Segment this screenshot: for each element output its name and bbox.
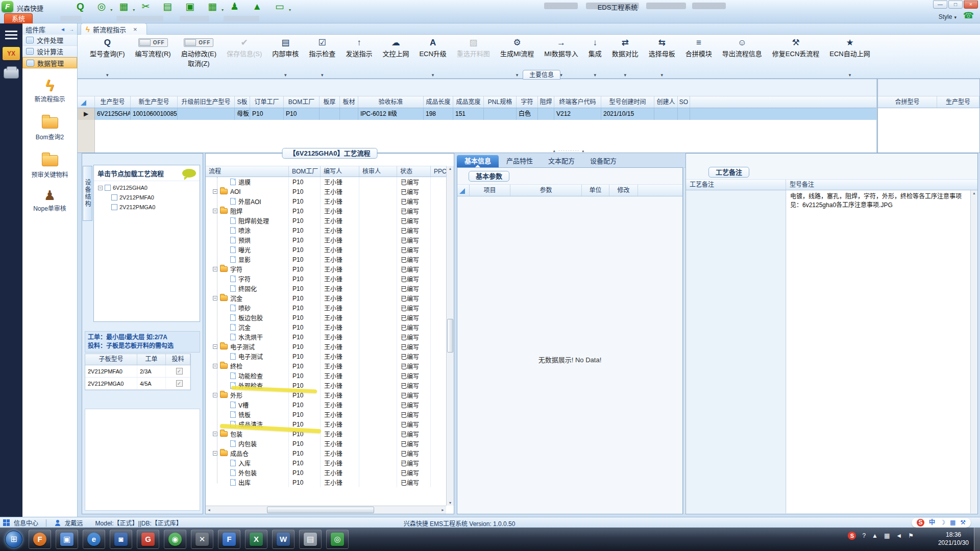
flow-column-核审人[interactable]: 核审人	[359, 166, 397, 177]
column-header-阻焊[interactable]: 阻焊	[538, 96, 554, 108]
flow-row-沉金[interactable]: 沉金P10王小锋已编写	[206, 322, 446, 332]
subboard-row-2V212PMGA0[interactable]: 2V212PMGA04/5A✓	[85, 378, 190, 390]
column-header-验收标准[interactable]: 验收标准	[358, 96, 424, 108]
vertical-scrollbar[interactable]	[446, 166, 454, 506]
copy-icon[interactable]: ▣	[185, 1, 194, 13]
table-row-selected[interactable]: ▶6V2125GHA010010600100857母板P10P10IPC-601…	[78, 108, 876, 120]
tray-ime-icon[interactable]: ▦	[884, 532, 890, 539]
taskbar-app-excel[interactable]: X	[245, 530, 267, 549]
toolbar-button-ECN升级[interactable]: AECN升级▾	[414, 36, 451, 78]
expander-icon[interactable]: −	[213, 344, 217, 349]
dropdown-caret-icon[interactable]: ▾	[516, 72, 519, 78]
expander-icon[interactable]: −	[213, 364, 217, 368]
sidebar-shortcut-Bom查询2[interactable]: Bom查询2	[22, 113, 77, 141]
minimize-button[interactable]: —	[933, 1, 947, 9]
column-header-升级前旧生产型号[interactable]: 升级前旧生产型号	[178, 96, 235, 108]
feed-checkbox[interactable]: ✓	[176, 368, 183, 374]
taskbar-app-eds[interactable]: ◎	[326, 530, 349, 549]
dropdown-caret-icon[interactable]: ▾	[849, 72, 851, 78]
flow-row-板边包胶[interactable]: 板边包胶P10王小锋已编写	[206, 313, 446, 322]
collapse-icon[interactable]: ◄	[60, 27, 65, 32]
tree-node-root[interactable]: − 6V2125GHA0	[94, 185, 200, 191]
column-header-新生产型号[interactable]: 新生产型号	[131, 96, 178, 108]
toggle-off-switch[interactable]: OFF	[138, 38, 168, 47]
keyboard-icon[interactable]: ▦	[950, 518, 955, 527]
dropdown-caret-icon[interactable]: ▾	[321, 72, 324, 78]
flow-row-电子测试[interactable]: −电子测试P10王小锋已编写	[206, 342, 446, 352]
tab-基本信息[interactable]: 基本信息	[457, 155, 499, 167]
maximize-button[interactable]: □	[948, 1, 963, 9]
taskbar-app-media[interactable]: ◉	[164, 530, 186, 549]
toggle-off-switch[interactable]: OFF	[184, 38, 213, 47]
tray-volume-icon[interactable]: ◄	[896, 532, 902, 539]
vertical-tab-structure[interactable]: 设备结构	[83, 166, 92, 221]
tree-checkbox[interactable]	[111, 204, 117, 210]
remark-column-工艺备注[interactable]: 工艺备注	[686, 180, 786, 190]
info-center-label[interactable]: 信息中心	[14, 518, 38, 527]
flow-row-字符[interactable]: −字符P10王小锋已编写	[206, 264, 446, 274]
flow-row-V槽[interactable]: V槽P10王小锋已编写	[206, 400, 446, 410]
taskbar-app-save[interactable]: ◙	[110, 530, 132, 549]
toolbar-button-合拼模块[interactable]: ≡合拼模块	[680, 36, 717, 78]
taskbar-app-notepad[interactable]: ▤	[299, 530, 322, 549]
flow-row-阻焊[interactable]: −阻焊P10王小锋已编写	[206, 206, 446, 216]
toolbar-button-数据对比[interactable]: ⇄数据对比▾	[607, 36, 644, 78]
show-desktop-button[interactable]	[974, 528, 980, 551]
chart-icon[interactable]: ▲	[252, 1, 262, 13]
toolbar-button-启动修改(E)[interactable]: OFF启动修改(E)取消(Z)	[176, 36, 222, 78]
toolbar-button-ECN自动上网[interactable]: ★ECN自动上网▾	[824, 36, 875, 78]
tray-network-icon[interactable]: ⚑	[908, 532, 914, 539]
column-header-型号创建时间[interactable]: 型号创建时间	[601, 96, 654, 108]
taskbar-app-tools[interactable]: ✕	[191, 530, 213, 549]
remark-column-型号备注[interactable]: 型号备注	[786, 180, 977, 190]
vertical-scrollbar[interactable]	[970, 190, 977, 513]
params-column-selector[interactable]	[457, 185, 470, 196]
tab-产品特性[interactable]: 产品特性	[499, 155, 541, 167]
expander-icon[interactable]: −	[213, 267, 217, 271]
taskbar-app-reader[interactable]: G	[137, 530, 159, 549]
tree-node-2V212PMGA0[interactable]: 2V212PMGA0	[94, 204, 200, 210]
film-icon[interactable]: ▤	[163, 1, 172, 13]
tab-basic-params[interactable]: 基本参数	[469, 171, 509, 182]
flow-row-功能检查[interactable]: 功能检查P10王小锋已编写	[206, 371, 446, 381]
flow-row-外形[interactable]: −外形P10王小锋已编写	[206, 390, 446, 400]
flow-row-终固化[interactable]: 终固化P10王小锋已编写	[206, 284, 446, 293]
dropdown-caret-icon[interactable]: ▾	[432, 72, 434, 78]
expander-icon[interactable]: −	[213, 432, 217, 436]
flow-row-喷涂[interactable]: 喷涂P10王小锋已编写	[206, 226, 446, 235]
flow-row-阻焊前处理[interactable]: 阻焊前处理P10王小锋已编写	[206, 216, 446, 226]
flow-row-入库[interactable]: 入库P10王小锋已编写	[206, 458, 446, 468]
input-method-bar[interactable]: S中☽▦⚒	[912, 518, 971, 528]
horizontal-scrollbar[interactable]	[206, 506, 446, 514]
toolbar-button-修复ECN丢流程[interactable]: ⚒修复ECN丢流程	[767, 36, 824, 78]
column-header-创建人[interactable]: 创建人	[654, 96, 678, 108]
toolbar-button-内部审核[interactable]: ▤内部审核▾	[267, 36, 304, 78]
expander-icon[interactable]: −	[213, 189, 217, 194]
splitter-handle[interactable]: ▴ ········· ▴	[528, 148, 610, 153]
flow-row-字符[interactable]: 字符P10王小锋已编写	[206, 274, 446, 284]
tools-icon[interactable]: ⚒	[960, 518, 966, 527]
params-column-单位[interactable]: 单位	[582, 185, 609, 196]
ring-icon[interactable]: ◎	[97, 1, 106, 13]
column-header-S板[interactable]: S板	[235, 96, 250, 108]
toolbar-button-选择母板[interactable]: ⇆选择母板▾	[644, 36, 680, 78]
expander-icon[interactable]: −	[213, 209, 217, 213]
hamburger-menu-icon[interactable]	[5, 31, 17, 32]
expander-icon[interactable]: −	[213, 296, 217, 300]
column-header-板材[interactable]: 板材	[340, 96, 358, 108]
lang-icon[interactable]: 中	[929, 518, 935, 527]
column-header-订单工厂[interactable]: 订单工厂	[250, 96, 284, 108]
taskbar-app-browser[interactable]: e	[83, 530, 105, 549]
column-header-字符[interactable]: 字符	[517, 96, 538, 108]
dropdown-caret-icon[interactable]: ▾	[284, 72, 287, 78]
flow-column-BOM工厂[interactable]: BOM工厂	[289, 166, 321, 177]
grid-icon[interactable]: ▦	[119, 1, 128, 13]
column-header-生产型号[interactable]: 生产型号	[937, 96, 979, 108]
flow-row-预烘[interactable]: 预烘P10王小锋已编写	[206, 235, 446, 245]
taskbar-clock[interactable]: 18:36 2021/10/30	[938, 531, 969, 547]
column-header-合拼型号[interactable]: 合拼型号	[878, 96, 937, 108]
toolbar-button-型号查询(F)[interactable]: Q型号查询(F)▾	[85, 36, 130, 78]
table-icon[interactable]: ▦	[208, 1, 217, 13]
close-tab-icon[interactable]: ×	[133, 26, 137, 33]
dropdown-caret-icon[interactable]: ▾	[106, 72, 109, 78]
